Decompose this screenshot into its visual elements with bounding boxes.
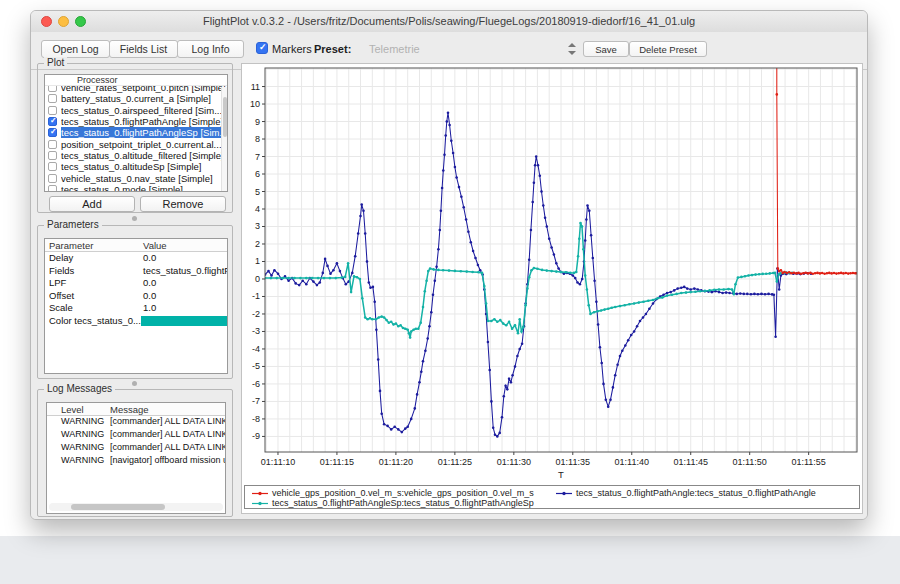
list-vertical-scrollbar[interactable] — [221, 87, 227, 191]
log-row[interactable]: WARNING[commander] ALL DATA LINKS — [47, 442, 225, 455]
zoom-button[interactable] — [75, 16, 86, 27]
item-checkbox[interactable] — [48, 117, 57, 126]
legend-line-marker-icon — [251, 490, 269, 497]
parameter-row[interactable]: Offset0.0 — [45, 290, 227, 303]
fields-list-button[interactable]: Fields List — [109, 40, 178, 58]
plot-area[interactable]: 01:11:1001:11:1501:11:2001:11:2501:11:30… — [242, 64, 862, 482]
delete-preset-button[interactable]: Delete Preset — [629, 41, 707, 57]
x-tick-label: 01:11:20 — [379, 457, 413, 467]
column-header-message: Message — [110, 404, 149, 415]
item-checkbox[interactable] — [48, 162, 57, 171]
main-content: Plot Processor vehicle_rates_setpoint_0.… — [31, 71, 867, 519]
remove-button[interactable]: Remove — [140, 196, 226, 212]
markers-label: Markers — [272, 43, 312, 55]
parameter-value: 0.0 — [143, 252, 156, 263]
y-tick-label: 5 — [255, 187, 260, 197]
minimize-button[interactable] — [58, 16, 69, 27]
item-label-wrap: tecs_status_0.flightPathAngle [Simple] — [61, 116, 227, 127]
legend-label: vehicle_gps_position_0.vel_m_s:vehicle_g… — [272, 488, 534, 498]
parameters-group: Parameters Parameter Value Delay0.0Field… — [37, 225, 233, 379]
log-messages-table[interactable]: Level Message WARNING[commander] ALL DAT… — [46, 402, 226, 514]
fields-list-box[interactable]: Processor vehicle_rates_setpoint_0.pitch… — [44, 74, 228, 192]
log-row[interactable]: WARNING[commander] ALL DATA LINKS — [47, 429, 225, 442]
log-horizontal-scrollbar[interactable] — [49, 503, 223, 511]
parameters-table[interactable]: Parameter Value Delay0.0Fieldstecs_statu… — [44, 238, 228, 374]
list-item[interactable]: tecs_status_0.airspeed_filtered [Sim... — [45, 105, 227, 116]
preset-stepper[interactable] — [567, 42, 578, 56]
list-item[interactable]: tecs_status_0.mode [Simple] — [45, 184, 227, 192]
y-tick-label: 8 — [255, 134, 260, 144]
item-checkbox[interactable] — [48, 94, 57, 103]
markers-checkbox[interactable] — [256, 42, 268, 54]
scrollbar-thumb[interactable] — [223, 97, 227, 137]
item-label: position_setpoint_triplet_0.current.al..… — [61, 139, 222, 150]
parameter-name: Fields — [49, 265, 74, 276]
list-column-header: Processor — [45, 75, 227, 86]
window-title: FlightPlot v.0.3.2 - /Users/fritz/Docume… — [91, 15, 807, 27]
column-header-level: Level — [61, 404, 84, 415]
y-tick-label: -4 — [252, 344, 260, 354]
item-checkbox[interactable] — [48, 174, 57, 183]
parameter-row[interactable]: Fieldstecs_status_0.flightP... — [45, 265, 227, 278]
item-label: battery_status_0.current_a [Simple] — [61, 93, 211, 104]
column-header-value: Value — [143, 240, 167, 251]
parameter-row[interactable]: Delay0.0 — [45, 252, 227, 265]
parameter-row[interactable]: Color tecs_status_0.... — [45, 315, 227, 328]
x-tick-label: 01:11:45 — [674, 457, 708, 467]
item-label-wrap: vehicle_status_0.nav_state [Simple] — [61, 172, 227, 183]
splitter-handle[interactable] — [132, 381, 137, 386]
close-button[interactable] — [41, 16, 52, 27]
log-level: WARNING — [61, 442, 104, 452]
list-item[interactable]: tecs_status_0.flightPathAngle [Simple] — [45, 116, 227, 127]
window-titlebar[interactable]: FlightPlot v.0.3.2 - /Users/fritz/Docume… — [31, 11, 867, 32]
item-label: tecs_status_0.airspeed_filtered [Sim... — [61, 105, 222, 116]
parameter-row[interactable]: Scale1.0 — [45, 302, 227, 315]
x-tick-label: 01:11:55 — [791, 457, 825, 467]
parameters-table-header: Parameter Value — [45, 239, 227, 252]
y-tick-label: 0 — [255, 274, 260, 284]
list-item[interactable]: vehicle_status_0.nav_state [Simple] — [45, 172, 227, 183]
x-tick-label: 01:11:30 — [497, 457, 531, 467]
item-label: vehicle_status_0.nav_state [Simple] — [61, 173, 213, 184]
list-item[interactable]: battery_status_0.current_a [Simple] — [45, 93, 227, 104]
list-item[interactable]: tecs_status_0.altitudeSp [Simple] — [45, 161, 227, 172]
parameter-name: LPF — [49, 277, 66, 288]
scrollbar-thumb[interactable] — [71, 504, 165, 510]
y-tick-label: -3 — [252, 326, 260, 336]
add-button[interactable]: Add — [49, 196, 135, 212]
list-item[interactable]: position_setpoint_triplet_0.current.al..… — [45, 138, 227, 149]
x-tick-label: 01:11:10 — [261, 457, 295, 467]
list-item[interactable]: tecs_status_0.flightPathAngleSp [Sim... — [45, 127, 227, 138]
item-checkbox[interactable] — [48, 151, 57, 160]
preset-combobox[interactable]: Telemetrie — [369, 43, 420, 55]
log-row[interactable]: WARNING[commander] ALL DATA LINKS — [47, 416, 225, 429]
x-tick-label: 01:11:40 — [615, 457, 649, 467]
y-tick-label: -9 — [252, 431, 260, 441]
stepper-up-icon[interactable] — [568, 43, 576, 47]
open-log-button[interactable]: Open Log — [41, 40, 110, 58]
y-tick-label: 9 — [255, 117, 260, 127]
log-message: [commander] ALL DATA LINKS — [110, 416, 225, 426]
y-tick-label: -8 — [252, 414, 260, 424]
legend-entry: tecs_status_0.flightPathAngleSp:tecs_sta… — [251, 498, 534, 508]
x-tick-label: 01:11:15 — [320, 457, 354, 467]
item-checkbox[interactable] — [48, 185, 57, 192]
parameter-row[interactable]: LPF0.0 — [45, 277, 227, 290]
parameter-name: Color tecs_status_0.... — [49, 315, 144, 326]
color-swatch[interactable] — [141, 316, 227, 327]
save-preset-button[interactable]: Save Preset — [583, 41, 629, 57]
log-info-button[interactable]: Log Info — [177, 40, 244, 58]
list-item[interactable]: tecs_status_0.altitude_filtered [Simple] — [45, 150, 227, 161]
item-checkbox[interactable] — [48, 106, 57, 115]
log-row[interactable]: WARNING[navigator] offboard mission u — [47, 455, 225, 468]
parameter-value: 1.0 — [143, 302, 156, 313]
parameter-value: tecs_status_0.flightP... — [143, 265, 228, 276]
item-checkbox[interactable] — [48, 140, 57, 149]
parameter-name: Scale — [49, 302, 73, 313]
y-tick-label: -2 — [252, 309, 260, 319]
stepper-down-icon[interactable] — [568, 51, 576, 55]
y-tick-label: -7 — [252, 396, 260, 406]
item-checkbox[interactable] — [48, 128, 57, 137]
legend-line-marker-icon — [555, 490, 573, 497]
splitter-handle[interactable] — [132, 216, 137, 221]
